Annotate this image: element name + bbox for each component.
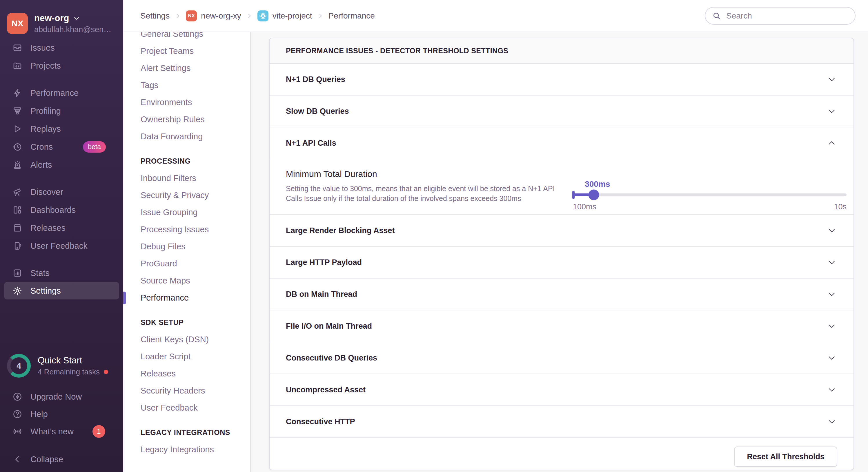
search-icon xyxy=(712,11,721,20)
sidebar-item-label: Issues xyxy=(30,43,55,53)
settings-nav-item-environments[interactable]: Environments xyxy=(141,94,250,111)
nav-label: Tags xyxy=(141,80,158,90)
sidebar-item-crons[interactable]: Crons beta xyxy=(0,138,123,156)
settings-nav-item-inbound-filters[interactable]: Inbound Filters xyxy=(141,170,250,187)
settings-nav-item-source-maps[interactable]: Source Maps xyxy=(141,272,250,289)
accordion-title: DB on Main Thread xyxy=(286,290,357,299)
stats-icon xyxy=(12,268,23,278)
sidebar-item-label: Stats xyxy=(30,268,50,278)
settings-nav-item-project-teams[interactable]: Project Teams xyxy=(141,42,250,60)
settings-nav: General Settings Project Teams Alert Set… xyxy=(123,32,251,472)
sidebar-item-releases[interactable]: Releases xyxy=(0,219,123,237)
active-indicator xyxy=(123,292,126,304)
dashboards-icon xyxy=(12,205,23,215)
slider-thumb[interactable] xyxy=(588,190,599,200)
sidebar-item-upgrade-now[interactable]: Upgrade Now xyxy=(0,388,123,405)
settings-nav-item-loader-script[interactable]: Loader Script xyxy=(141,348,250,365)
duration-slider: 300ms 100ms 10s xyxy=(573,169,846,214)
accordion-row-file-io-on-main-thread[interactable]: File I/O on Main Thread xyxy=(270,310,854,342)
settings-nav-item-security-headers[interactable]: Security Headers xyxy=(141,382,250,399)
sidebar-item-projects[interactable]: Projects xyxy=(0,57,123,75)
accordion-title: File I/O on Main Thread xyxy=(286,322,372,331)
breadcrumb-organization[interactable]: NX new-org-xy xyxy=(186,10,241,22)
sidebar-item-profiling[interactable]: Profiling xyxy=(0,102,123,120)
sidebar-item-whats-new[interactable]: What's new 1 xyxy=(0,423,123,440)
chevron-down-icon xyxy=(828,322,836,330)
settings-nav-item-legacy-integrations[interactable]: Legacy Integrations xyxy=(141,441,250,458)
chevron-right-icon xyxy=(175,13,181,19)
slider-max-label: 10s xyxy=(834,202,846,211)
sidebar-item-alerts[interactable]: Alerts xyxy=(0,156,123,174)
accordion-row-large-http-payload[interactable]: Large HTTP Payload xyxy=(270,247,854,278)
accordion-title: Consecutive HTTP xyxy=(286,417,355,426)
sidebar-item-label: Releases xyxy=(30,223,65,233)
chevron-down-icon xyxy=(73,14,80,22)
sidebar-collapse-button[interactable]: Collapse xyxy=(0,450,123,468)
quickstart-widget[interactable]: 4 Quick Start 4 Remaining tasks xyxy=(0,354,123,378)
nav-label: Releases xyxy=(141,369,176,378)
breadcrumb-label: Settings xyxy=(140,11,169,21)
accordion-row-n1-api-calls[interactable]: N+1 API Calls xyxy=(270,127,854,159)
topbar: Settings NX new-org-xy vite-project Perf… xyxy=(123,0,868,32)
search-box[interactable] xyxy=(705,7,856,25)
settings-nav-item-client-keys[interactable]: Client Keys (DSN) xyxy=(141,331,250,348)
accordion-row-db-on-main-thread[interactable]: DB on Main Thread xyxy=(270,278,854,310)
settings-nav-item-issue-grouping[interactable]: Issue Grouping xyxy=(141,204,250,221)
panel-title: PERFORMANCE ISSUES - DETECTOR THRESHOLD … xyxy=(270,38,854,64)
settings-nav-item-alert-settings[interactable]: Alert Settings xyxy=(141,60,250,77)
org-meta: new-org abdullah.khan@sen… xyxy=(34,13,111,34)
reset-all-thresholds-button[interactable]: Reset All Thresholds xyxy=(734,446,837,467)
settings-nav-item-data-forwarding[interactable]: Data Forwarding xyxy=(141,128,250,145)
performance-icon xyxy=(12,88,23,98)
accordion-row-consecutive-http[interactable]: Consecutive HTTP xyxy=(270,406,854,438)
sidebar-item-issues[interactable]: Issues xyxy=(0,39,123,57)
nav-label: ProGuard xyxy=(141,259,177,268)
settings-nav-item-proguard[interactable]: ProGuard xyxy=(141,255,250,272)
chevron-down-icon xyxy=(828,417,836,426)
sidebar-item-discover[interactable]: Discover xyxy=(0,183,123,201)
chevron-down-icon xyxy=(828,107,836,115)
chevron-right-icon xyxy=(317,13,323,19)
settings-nav-item-ownership-rules[interactable]: Ownership Rules xyxy=(141,111,250,128)
quickstart-title: Quick Start xyxy=(38,355,108,366)
sidebar-item-performance[interactable]: Performance xyxy=(0,84,123,102)
sidebar-item-label: Performance xyxy=(30,88,79,98)
sidebar-item-dashboards[interactable]: Dashboards xyxy=(0,201,123,219)
settings-nav-item-tags[interactable]: Tags xyxy=(141,77,250,94)
sidebar-item-label: Collapse xyxy=(30,454,63,464)
broadcast-icon xyxy=(12,426,23,437)
breadcrumb-settings[interactable]: Settings xyxy=(140,11,169,21)
sidebar-item-stats[interactable]: Stats xyxy=(0,264,123,282)
settings-nav-item-general-settings[interactable]: General Settings xyxy=(141,32,250,42)
accordion-title: Consecutive DB Queries xyxy=(286,353,377,363)
sidebar-item-user-feedback[interactable]: User Feedback xyxy=(0,237,123,255)
nav-label: Source Maps xyxy=(141,276,190,285)
settings-nav-item-security-privacy[interactable]: Security & Privacy xyxy=(141,187,250,204)
settings-nav-item-processing-issues[interactable]: Processing Issues xyxy=(141,221,250,238)
accordion-row-uncompressed-asset[interactable]: Uncompressed Asset xyxy=(270,374,854,406)
chevron-right-icon xyxy=(246,13,252,19)
slider-start-cap xyxy=(572,191,575,199)
org-switcher[interactable]: NX new-org abdullah.khan@sen… xyxy=(0,0,123,38)
sidebar-item-settings[interactable]: Settings xyxy=(4,282,119,299)
panel-footer: Reset All Thresholds xyxy=(270,438,854,470)
settings-nav-item-debug-files[interactable]: Debug Files xyxy=(141,238,250,255)
settings-nav-item-user-feedback[interactable]: User Feedback xyxy=(141,399,250,416)
accordion-row-consecutive-db-queries[interactable]: Consecutive DB Queries xyxy=(270,342,854,374)
org-email: abdullah.khan@sen… xyxy=(34,25,111,34)
sidebar-item-replays[interactable]: Replays xyxy=(0,120,123,138)
accordion-row-slow-db-queries[interactable]: Slow DB Queries xyxy=(270,96,854,127)
accordion-row-n1-db-queries[interactable]: N+1 DB Queries xyxy=(270,64,854,96)
search-input[interactable] xyxy=(726,11,848,21)
settings-nav-item-releases[interactable]: Releases xyxy=(141,365,250,382)
slider-track[interactable] xyxy=(573,194,846,196)
threshold-setting-label: Minimum Total Duration xyxy=(286,169,573,179)
sidebar-item-help[interactable]: Help xyxy=(0,405,123,423)
sidebar-bottom-nav: Upgrade Now Help What's new 1 Collapse xyxy=(0,388,123,472)
breadcrumb-project[interactable]: vite-project xyxy=(257,10,312,22)
notification-dot xyxy=(104,370,108,374)
accordion-title: N+1 API Calls xyxy=(286,139,336,148)
sidebar-item-label: Profiling xyxy=(30,106,61,116)
accordion-row-large-render-blocking-asset[interactable]: Large Render Blocking Asset xyxy=(270,215,854,247)
settings-nav-item-performance[interactable]: Performance xyxy=(141,289,250,306)
